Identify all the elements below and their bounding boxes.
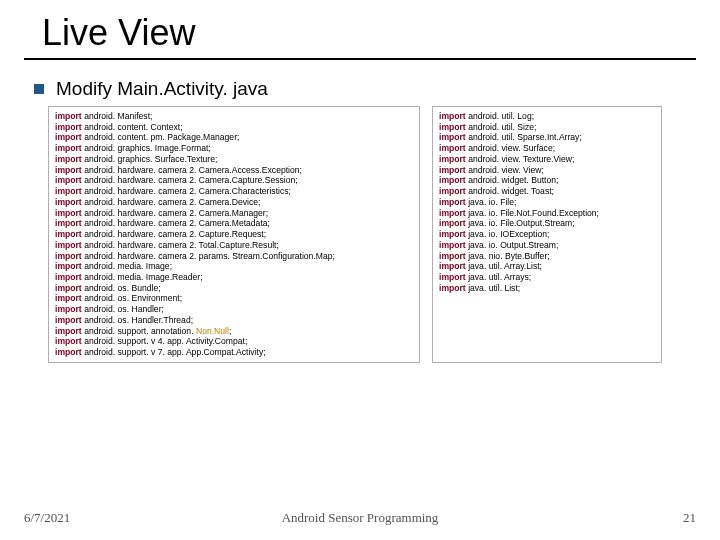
import-line: import android. os. Environment; xyxy=(55,293,413,304)
import-line: import android. Manifest; xyxy=(55,111,413,122)
import-line: import android. support. v 4. app. Activ… xyxy=(55,336,413,347)
import-line: import java. util. List; xyxy=(439,283,655,294)
footer-date: 6/7/2021 xyxy=(24,510,70,526)
import-line: import java. io. IOException; xyxy=(439,229,655,240)
import-line: import android. util. Log; xyxy=(439,111,655,122)
import-line: import android. hardware. camera 2. Came… xyxy=(55,197,413,208)
import-line: import android. os. Handler.Thread; xyxy=(55,315,413,326)
import-line: import java. io. Output.Stream; xyxy=(439,240,655,251)
import-line: import java. io. File.Output.Stream; xyxy=(439,218,655,229)
import-line: import android. support. v 7. app. App.C… xyxy=(55,347,413,358)
slide-footer: 6/7/2021 Android Sensor Programming 21 xyxy=(24,510,696,526)
import-line: import android. hardware. camera 2. Came… xyxy=(55,165,413,176)
import-line: import android. hardware. camera 2. Came… xyxy=(55,218,413,229)
import-line: import android. hardware. camera 2. Came… xyxy=(55,186,413,197)
bullet-icon xyxy=(34,84,44,94)
import-line: import java. io. File; xyxy=(439,197,655,208)
import-line: import java. util. Arrays; xyxy=(439,272,655,283)
import-line: import android. view. Texture.View; xyxy=(439,154,655,165)
code-box-right: import android. util. Log;import android… xyxy=(432,106,662,363)
subtitle-text: Modify Main.Activity. java xyxy=(56,78,268,100)
footer-page: 21 xyxy=(683,510,696,526)
import-line: import android. graphics. Image.Format; xyxy=(55,143,413,154)
import-line: import android. util. Sparse.Int.Array; xyxy=(439,132,655,143)
code-columns: import android. Manifest;import android.… xyxy=(24,106,696,363)
import-line: import android. support. annotation. Non… xyxy=(55,326,413,337)
code-box-left: import android. Manifest;import android.… xyxy=(48,106,420,363)
import-line: import android. hardware. camera 2. Came… xyxy=(55,175,413,186)
subtitle-row: Modify Main.Activity. java xyxy=(24,78,696,100)
import-line: import android. content. pm. Package.Man… xyxy=(55,132,413,143)
import-line: import android. os. Bundle; xyxy=(55,283,413,294)
footer-center: Android Sensor Programming xyxy=(282,510,439,526)
import-line: import java. io. File.Not.Found.Exceptio… xyxy=(439,208,655,219)
page-title: Live View xyxy=(24,12,696,54)
import-line: import android. hardware. camera 2. Came… xyxy=(55,208,413,219)
import-line: import android. hardware. camera 2. Tota… xyxy=(55,240,413,251)
import-line: import android. widget. Button; xyxy=(439,175,655,186)
import-line: import java. util. Array.List; xyxy=(439,261,655,272)
import-line: import android. hardware. camera 2. para… xyxy=(55,251,413,262)
import-line: import android. widget. Toast; xyxy=(439,186,655,197)
import-line: import android. hardware. camera 2. Capt… xyxy=(55,229,413,240)
import-line: import android. view. Surface; xyxy=(439,143,655,154)
import-line: import android. view. View; xyxy=(439,165,655,176)
import-line: import android. media. Image; xyxy=(55,261,413,272)
import-line: import android. media. Image.Reader; xyxy=(55,272,413,283)
import-line: import java. nio. Byte.Buffer; xyxy=(439,251,655,262)
import-line: import android. util. Size; xyxy=(439,122,655,133)
import-line: import android. os. Handler; xyxy=(55,304,413,315)
import-line: import android. content. Context; xyxy=(55,122,413,133)
import-line: import android. graphics. Surface.Textur… xyxy=(55,154,413,165)
